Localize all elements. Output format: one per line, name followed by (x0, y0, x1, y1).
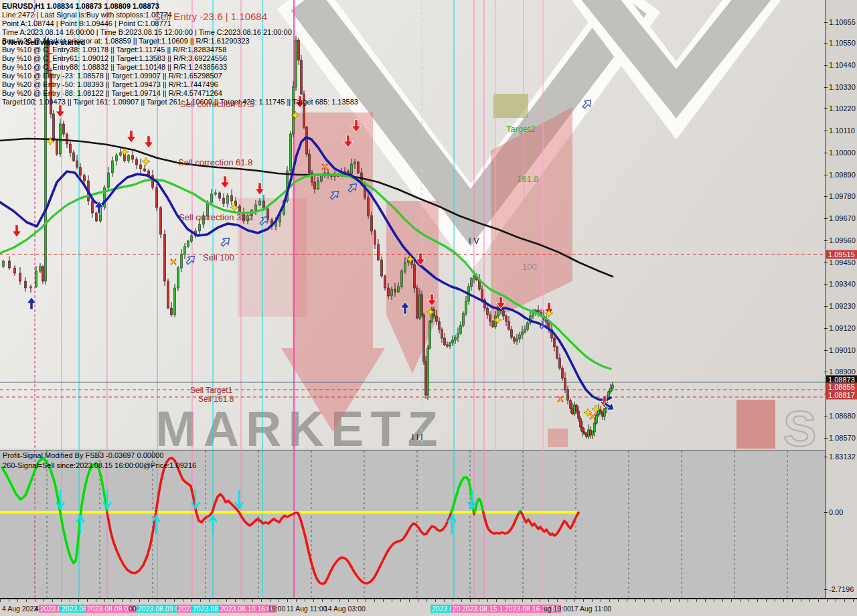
indicator-title: Profit-Signal Modified By FSB3 -0.03697 … (3, 451, 163, 459)
chart-info-line: Time A:2023.08.14 16:00:00 | Time B:2023… (2, 28, 292, 36)
chart-info-line: Buy %20 @ Entry -88: 1.08122 || Target:1… (2, 89, 222, 97)
price-tick-label: 1.09560 (829, 236, 856, 244)
chart-annotation: Sell correction 61.8 (178, 157, 252, 167)
time-label: 17 Aug 11:00 (570, 605, 611, 613)
new-wave-note: 0 New Sell wave started (2, 38, 85, 46)
chart-info-line: Buy %20 @ Entry -50: 1.08393 || Target:1… (2, 80, 218, 88)
price-tick-label: 1.09780 (829, 192, 856, 200)
chart-info-line: EURUSD,H1 1.08834 1.08873 1.08809 1.0887… (2, 2, 159, 10)
chart-annotation: Sell correction 38.2 (179, 212, 253, 222)
time-axis-ticks (0, 599, 857, 602)
mt4-chart-window: MARKETZ SIT Profit-Signal Modified By FS… (0, 0, 857, 616)
price-tick-label: 1.09670 (829, 214, 856, 222)
time-label: 4 (35, 605, 39, 613)
price-tick-label: 1.09890 (829, 171, 856, 179)
chart-info-line: Buy %10 @ C_Entry61: 1.09012 || Target:1… (2, 54, 227, 62)
price-badge: 1.08817 (826, 391, 857, 400)
time-label: 14 Aug 03:00 (324, 605, 366, 613)
price-tick-label: 1.10330 (829, 83, 856, 91)
indicator-tick-label: 0.00 (829, 508, 843, 516)
price-tick-label: 1.10550 (829, 39, 856, 47)
price-tick-label: 1.10000 (829, 149, 856, 157)
chart-annotation: I V (469, 236, 479, 246)
price-badge: 1.09515 (826, 250, 857, 259)
indicator-area[interactable] (0, 450, 826, 598)
chart-info-line: Line:2472 | Last Signal is:Buy with stop… (2, 11, 172, 19)
price-tick-label: 1.08570 (829, 434, 856, 442)
chart-info-line: Buy %10 @ C_Entry88: 1.08832 || Target:1… (2, 63, 227, 71)
time-label: ug 19:00 (544, 605, 571, 613)
chart-annotation: Sell 100 (203, 252, 234, 262)
price-tick-label: 1.09120 (829, 324, 856, 332)
time-label: 4 Aug 2023 (2, 605, 37, 613)
time-axis[interactable]: 4 Aug 202342023.082023.08.02023.08.08 03… (0, 598, 857, 616)
watermark-outline-text: SIT (783, 400, 826, 449)
chart-annotation: Sell 161.8 (198, 394, 234, 404)
price-tick-label: 1.10440 (829, 61, 856, 69)
chart-annotation: Sell correction 87.5 (180, 99, 254, 109)
chart-annotation: 161.8 (517, 174, 539, 184)
price-tick-label: 1.08680 (829, 412, 856, 420)
chart-annotation: Sell Target1 (190, 386, 232, 395)
chart-info-line: Buy %10 @ Entry -23: 1.08578 || Target:1… (2, 72, 222, 80)
price-axis[interactable]: 1.106551.105501.104401.103301.102201.101… (826, 0, 857, 598)
time-label: 19:00 (268, 605, 285, 613)
time-label: 00 (129, 605, 137, 613)
price-tick-label: 1.10220 (829, 104, 856, 112)
price-tick-label: 1.09010 (829, 346, 856, 354)
watermark-marketz-text: MARKETZ (155, 400, 445, 449)
price-tick-label: 1.09340 (829, 280, 856, 288)
chart-annotation: I I I (412, 433, 423, 442)
indicator-tick-label: 1.83132 (829, 453, 856, 461)
time-label: 11 Aug 11:00 (287, 605, 327, 613)
indicator-tick-label: -2.7196 (829, 585, 854, 593)
price-tick-label: 1.08900 (829, 368, 856, 376)
watermark-red-block (736, 400, 775, 449)
chart-info-line: Buy %10 @ C_Entry38: 1.09178 || Target:1… (2, 46, 226, 54)
price-tick-label: 1.10110 (829, 127, 855, 135)
price-tick-label: 1.09230 (829, 302, 856, 310)
price-tick-label: 1.10655 (829, 18, 856, 26)
chart-info-line: Point A:1.08744 | Point B:1.09446 | Poin… (2, 19, 171, 27)
chart-annotation: 100 (522, 262, 537, 272)
chart-annotation: Sell Entry -23.6 | 1.10684 (154, 11, 267, 22)
chart-annotation: Target2 (506, 124, 535, 134)
indicator-signal-status: 260-Signal=Sell since:2023.08.15 16:00:0… (3, 461, 196, 469)
price-tick-label: 1.09450 (829, 258, 856, 266)
